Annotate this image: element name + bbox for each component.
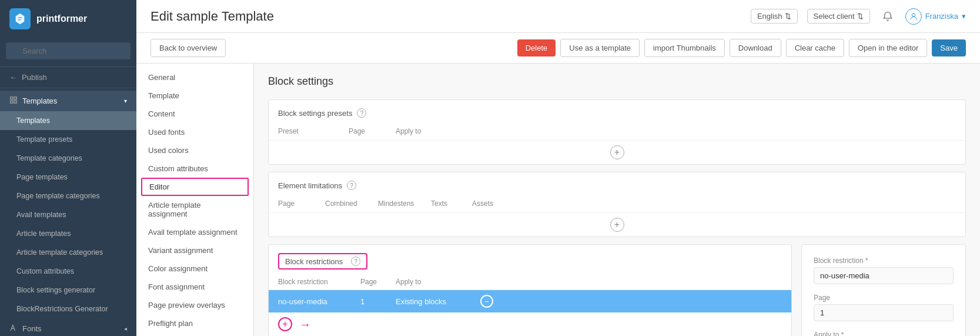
settings-nav-block-effect-assignment[interactable]: Block effect assignment (136, 332, 253, 336)
settings-nav-color-assignment[interactable]: Color assignment (136, 260, 253, 278)
limitations-add-button[interactable]: + (610, 218, 624, 232)
page-template-categories-label: Page template categories (16, 192, 100, 200)
font-assignment-label: Font assignment (148, 282, 205, 291)
custom-attributes-nav-label: Custom attributes (148, 164, 208, 173)
toolbar-right: Delete Use as a template import Thumbnai… (517, 39, 966, 57)
settings-content: Block settings Block settings presets ? … (254, 64, 980, 336)
used-fonts-label: Used fonts (148, 128, 185, 137)
settings-nav-article-template-assignment[interactable]: Article template assignment (136, 196, 253, 223)
restr-col-restriction: Block restriction (278, 278, 360, 286)
settings-nav-custom-attributes[interactable]: Custom attributes (136, 159, 253, 178)
block-restrictions-generator-label: BlockRestrictions Generator (16, 305, 108, 313)
save-button[interactable]: Save (932, 39, 966, 56)
download-button[interactable]: Download (730, 39, 781, 57)
open-editor-button[interactable]: Open in the editor (849, 39, 927, 57)
block-settings-presets-card: Block settings presets ? Preset Page App… (268, 99, 966, 165)
publish-label: Publish (22, 73, 47, 82)
user-menu[interactable]: Franziska ▾ (905, 8, 966, 25)
template-nav-label: Template (148, 91, 179, 100)
svg-rect-5 (14, 101, 16, 103)
sidebar-item-block-restrictions-generator[interactable]: BlockRestrictions Generator (0, 300, 136, 318)
sidebar-item-article-templates[interactable]: Article templates (0, 224, 136, 243)
notifications-bell[interactable] (879, 8, 896, 25)
sidebar-item-article-template-categories[interactable]: Article template categories (0, 243, 136, 262)
settings-nav-avail-template-assignment[interactable]: Avail template assignment (136, 223, 253, 241)
use-as-template-button[interactable]: Use as a template (560, 39, 640, 57)
settings-nav-variant-assignment[interactable]: Variant assignment (136, 241, 253, 260)
main-area: Edit sample Template English ⇅ Select cl… (136, 0, 980, 336)
settings-nav-content[interactable]: Content (136, 105, 253, 123)
template-categories-label: Template categories (16, 154, 82, 162)
article-template-assignment-label: Article template assignment (148, 201, 201, 218)
row-page-value: 1 (360, 297, 396, 306)
preset-col-apply: Apply to (396, 127, 466, 135)
settings-nav-preflight-plan[interactable]: Preflight plan (136, 314, 253, 332)
settings-nav-used-colors[interactable]: Used colors (136, 141, 253, 159)
search-wrapper (6, 42, 131, 59)
presets-header: Block settings presets ? (269, 100, 965, 122)
sidebar-item-page-template-categories[interactable]: Page template categories (0, 187, 136, 205)
restrictions-help-icon[interactable]: ? (351, 257, 360, 266)
sidebar-item-templates[interactable]: Templates (0, 111, 136, 130)
chevron-left-icon: ◂ (124, 325, 127, 332)
client-placeholder: Select client (814, 12, 855, 21)
language-selector[interactable]: English ⇅ (751, 9, 798, 24)
language-chevron-icon: ⇅ (785, 12, 791, 21)
presets-table-header: Preset Page Apply to (269, 122, 965, 141)
table-row[interactable]: no-user-media 1 Existing blocks − (269, 290, 791, 312)
user-avatar (905, 8, 922, 25)
custom-attributes-label: Custom attributes (16, 267, 74, 275)
delete-button[interactable]: Delete (517, 39, 556, 56)
page-title: Edit sample Template (150, 9, 274, 24)
search-input[interactable] (6, 42, 131, 59)
remove-restriction-button[interactable]: − (480, 295, 493, 308)
template-presets-label: Template presets (16, 135, 72, 144)
apply-to-field: Apply to * Existing blocks ⇅ (814, 331, 954, 336)
sidebar-item-custom-attributes[interactable]: Custom attributes (0, 262, 136, 281)
restrictions-table-header: Block restriction Page Apply to (269, 274, 791, 290)
fonts-icon (9, 324, 18, 334)
presets-help-icon[interactable]: ? (357, 108, 366, 118)
settings-nav-page-preview-overlays[interactable]: Page preview overlays (136, 296, 253, 314)
sidebar: printformer ← Publish Templates ▾ Temp (0, 0, 136, 336)
sidebar-item-template-categories[interactable]: Template categories (0, 149, 136, 168)
page-templates-label: Page templates (16, 173, 68, 181)
back-to-overview-button[interactable]: Back to overview (150, 39, 226, 57)
logo-icon (9, 8, 31, 29)
settings-nav-template[interactable]: Template (136, 87, 253, 105)
toolbar-left: Back to overview (150, 39, 226, 57)
sidebar-item-template-presets[interactable]: Template presets (0, 130, 136, 149)
lim-col-page: Page (278, 199, 325, 208)
page-preview-overlays-label: Page preview overlays (148, 301, 225, 310)
block-settings-generator-label: Block settings generator (16, 286, 95, 294)
limitations-table-header: Page Combined Mindestens Texts Assets (269, 195, 965, 213)
sidebar-item-block-settings-generator[interactable]: Block settings generator (0, 281, 136, 300)
limitations-help-icon[interactable]: ? (347, 181, 356, 190)
client-selector[interactable]: Select client ⇅ (807, 9, 870, 24)
sidebar-item-page-templates[interactable]: Page templates (0, 168, 136, 187)
toolbar: Back to overview Delete Use as a templat… (136, 33, 980, 64)
restr-col-page: Page (360, 278, 396, 286)
block-restrictions-outer: Block restrictions ? Block restriction P… (268, 244, 966, 336)
fonts-label: Fonts (22, 324, 42, 333)
svg-rect-2 (11, 97, 13, 99)
editor-label: Editor (149, 182, 169, 191)
presets-label: Block settings presets (278, 109, 352, 118)
clear-cache-button[interactable]: Clear cache (786, 39, 844, 57)
settings-nav-used-fonts[interactable]: Used fonts (136, 123, 253, 141)
sidebar-item-templates-group[interactable]: Templates ▾ (0, 91, 136, 111)
sidebar-item-fonts[interactable]: Fonts ◂ (0, 318, 136, 336)
settings-nav-editor[interactable]: Editor (141, 178, 249, 196)
import-thumbnails-button[interactable]: import Thumbnails (644, 39, 725, 57)
sidebar-item-avail-templates[interactable]: Avail templates (0, 205, 136, 224)
settings-nav-font-assignment[interactable]: Font assignment (136, 278, 253, 296)
right-panel: Block restriction * no-user-media Page 1… (801, 244, 966, 336)
sidebar-nav: Templates ▾ Templates Template presets T… (0, 91, 136, 336)
block-settings-title: Block settings (268, 75, 966, 88)
publish-nav-item[interactable]: ← Publish (0, 66, 136, 88)
lim-col-texts: Texts (431, 199, 472, 208)
presets-add-button[interactable]: + (610, 145, 624, 159)
apply-to-field-label: Apply to * (814, 331, 954, 336)
restrictions-add-button[interactable]: + (278, 317, 292, 331)
settings-nav-general[interactable]: General (136, 68, 253, 87)
